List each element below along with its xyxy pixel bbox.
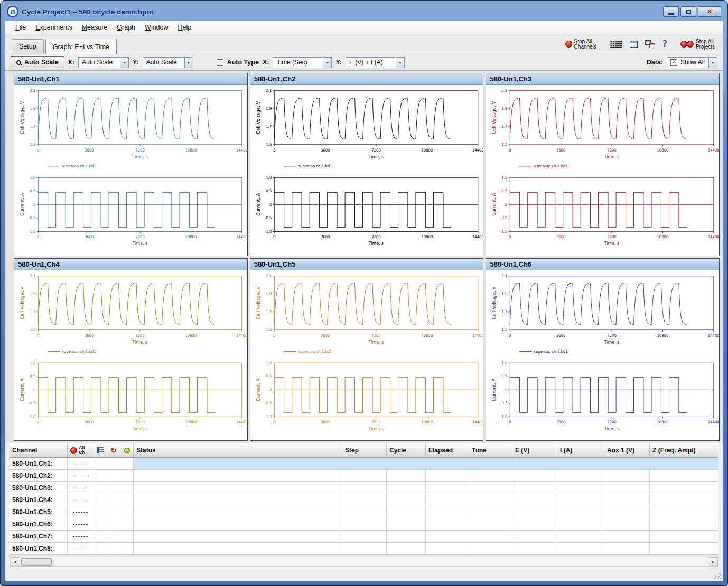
svg-text:7200: 7200 xyxy=(371,333,381,337)
help-button[interactable]: ? xyxy=(659,37,671,51)
svg-text:Current, A: Current, A xyxy=(256,193,261,216)
menu-item-file[interactable]: File xyxy=(11,22,31,33)
svg-text:7200: 7200 xyxy=(608,234,617,239)
menu-item-window[interactable]: Window xyxy=(140,22,173,33)
svg-text:Cell Voltage, V: Cell Voltage, V xyxy=(256,286,261,319)
resize-grip[interactable] xyxy=(713,572,721,579)
row-data-cell xyxy=(650,518,718,531)
channel-panel-3: 580-Un1,Ch31.51.71.92.103600720010800144… xyxy=(486,73,720,256)
tab-graph-e-i-vs-time[interactable]: Graph: E+I vs Time xyxy=(45,39,117,54)
table-row[interactable]: 580-Un1,Ch6:------ xyxy=(10,518,718,531)
x-scale-select[interactable]: Auto Scale ▼ xyxy=(78,57,129,68)
svg-text:3600: 3600 xyxy=(321,419,330,424)
svg-text:0: 0 xyxy=(37,234,40,239)
row-data-cell xyxy=(387,531,426,543)
auto-type-label: Auto Type xyxy=(227,59,259,66)
data-show-select[interactable]: ✓ Show All ▼ xyxy=(667,57,717,68)
y-axis-select[interactable]: E (V) + I (A) ▼ xyxy=(346,57,405,68)
x-axis-select[interactable]: Time (Sec) ▼ xyxy=(273,57,332,68)
scrollbar-track[interactable] xyxy=(20,557,708,566)
svg-text:Time, s: Time, s xyxy=(368,426,384,431)
svg-text:Current, A: Current, A xyxy=(256,378,261,401)
stop-all-channels-button[interactable]: Stop AllChannels xyxy=(562,37,600,51)
svg-text:Cell Voltage, V: Cell Voltage, V xyxy=(20,101,25,134)
minimize-button[interactable] xyxy=(663,6,679,17)
row-allch-value: ------ xyxy=(68,458,94,470)
table-row[interactable]: 580-Un1,Ch4:------ xyxy=(10,494,718,506)
led-column-header[interactable] xyxy=(120,443,134,457)
svg-text:10800: 10800 xyxy=(657,419,669,424)
row-data-cell xyxy=(650,470,718,482)
svg-text:supercap ch-1.bd1: supercap ch-1.bd1 xyxy=(534,164,568,168)
dropdown-arrow-icon: ▼ xyxy=(708,58,717,68)
toolbar-separator xyxy=(674,37,674,51)
app-logo-icon: B xyxy=(7,6,18,17)
row-data-cell xyxy=(469,482,512,494)
show-all-checkbox[interactable]: ✓ xyxy=(670,59,677,66)
menu-bar: FileExperimentsMeasureGraphWindowHelp xyxy=(5,21,723,34)
svg-text:14400: 14400 xyxy=(236,419,247,424)
svg-text:0: 0 xyxy=(273,333,276,337)
row-data-cell xyxy=(512,494,557,506)
stop-all-icon xyxy=(70,447,77,454)
title-bar[interactable]: B Cycle Project1 – 580 bcycle demo.bpro … xyxy=(5,3,723,21)
row-data-cell xyxy=(557,458,604,470)
close-button[interactable]: × xyxy=(698,6,721,17)
row-data-cell xyxy=(604,482,650,494)
row-allch-value: ------ xyxy=(68,470,94,482)
row-flag-cell xyxy=(107,518,120,531)
stop-all-projects-button[interactable]: Stop AllProjects xyxy=(677,37,718,51)
log-data-column-header[interactable] xyxy=(94,443,107,457)
svg-text:0: 0 xyxy=(509,419,511,424)
dropdown-arrow-icon: ▼ xyxy=(120,58,128,68)
table-row[interactable]: 580-Un1,Ch8:------ xyxy=(10,543,718,555)
menu-item-help[interactable]: Help xyxy=(173,22,197,33)
svg-text:0.5: 0.5 xyxy=(266,188,272,193)
svg-text:10800: 10800 xyxy=(421,419,433,424)
table-body: 580-Un1,Ch1:------580-Un1,Ch2:------580-… xyxy=(10,458,718,555)
table-row[interactable]: 580-Un1,Ch7:------ xyxy=(10,531,718,543)
auto-type-checkbox[interactable] xyxy=(217,59,223,66)
all-ch-column-header[interactable]: AllCh xyxy=(68,443,94,457)
y-axis-label: Y: xyxy=(335,59,342,66)
row-data-cell xyxy=(512,458,557,470)
step-column-header: Step xyxy=(342,443,387,457)
table-row[interactable]: 580-Un1,Ch3:------ xyxy=(10,482,718,494)
menu-item-graph[interactable]: Graph xyxy=(112,22,140,33)
svg-text:7200: 7200 xyxy=(371,234,381,239)
row-flag-cell xyxy=(120,531,134,543)
auto-scale-button[interactable]: Auto Scale xyxy=(11,56,64,68)
svg-text:14400: 14400 xyxy=(708,234,719,239)
keyboard-button[interactable] xyxy=(606,39,626,49)
menu-item-measure[interactable]: Measure xyxy=(77,22,113,33)
channel-panel-1: 580-Un1,Ch11.51.71.92.103600720010800144… xyxy=(14,73,248,256)
row-data-cell xyxy=(650,482,718,494)
scrollbar-thumb[interactable] xyxy=(21,558,52,566)
scroll-left-button[interactable]: ◄ xyxy=(10,557,20,566)
y-scale-select[interactable]: Auto Scale ▼ xyxy=(143,57,193,68)
menu-item-experiments[interactable]: Experiments xyxy=(31,22,77,33)
tab-setup[interactable]: Setup xyxy=(12,39,44,54)
table-row[interactable]: 580-Un1,Ch1:------ xyxy=(10,458,718,470)
row-data-cell xyxy=(342,470,387,482)
row-channel-label: 580-Un1,Ch8: xyxy=(10,543,68,555)
row-data-cell xyxy=(469,470,512,482)
channel-panel-2: 580-Un1,Ch21.51.71.92.103600720010800144… xyxy=(250,73,484,256)
svg-text:14400: 14400 xyxy=(472,234,483,239)
channel-charts: 1.51.71.92.10360072001080014400Cell Volt… xyxy=(14,270,247,441)
svg-text:7200: 7200 xyxy=(135,333,145,337)
svg-text:1.9: 1.9 xyxy=(502,291,508,296)
table-row[interactable]: 580-Un1,Ch5:------ xyxy=(10,506,718,518)
row-data-cell xyxy=(134,470,342,482)
refresh-column-header[interactable]: ↻ xyxy=(107,443,120,457)
svg-text:0: 0 xyxy=(269,387,272,392)
tile-windows-button[interactable] xyxy=(641,39,659,50)
maximize-button[interactable] xyxy=(680,6,696,17)
graph-toolbar: Auto Scale X: Auto Scale ▼ Y: Auto Scale… xyxy=(5,54,723,71)
horizontal-scrollbar[interactable]: ◄ ► xyxy=(10,557,718,567)
svg-text:14400: 14400 xyxy=(236,333,247,337)
table-row[interactable]: 580-Un1,Ch2:------ xyxy=(10,470,718,482)
window-view-button[interactable] xyxy=(626,39,641,49)
scroll-right-button[interactable]: ► xyxy=(708,557,718,566)
svg-text:Current, A: Current, A xyxy=(20,193,25,216)
